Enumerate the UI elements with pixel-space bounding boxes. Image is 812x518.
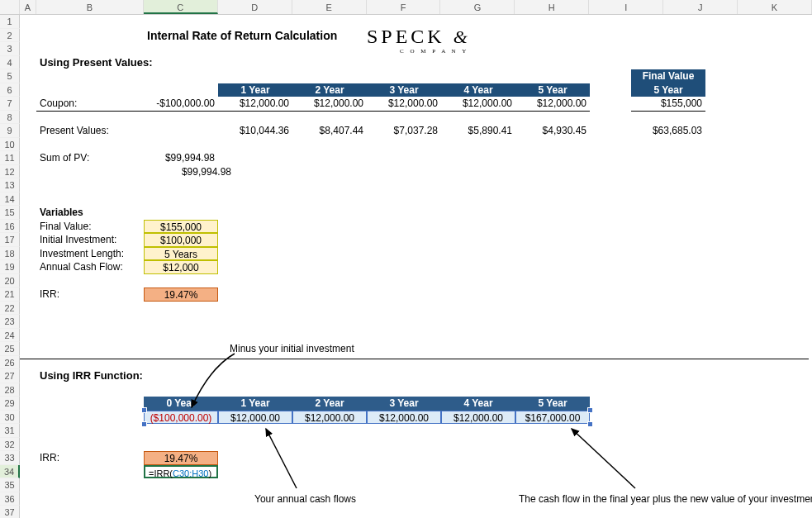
sum-pv-label: Sum of PV: bbox=[36, 151, 93, 165]
var-length-label: Investment Length: bbox=[36, 247, 127, 261]
logo-subtitle: C O M P A N Y bbox=[400, 48, 468, 55]
sheet-area[interactable]: Internal Rate of Return Calculation SPEC… bbox=[20, 15, 812, 518]
row-header-6[interactable]: 6 bbox=[0, 83, 20, 97]
formula-cell-active[interactable]: =IRR(C30:H30) bbox=[144, 465, 218, 479]
row-header-9[interactable]: 9 bbox=[0, 124, 20, 138]
row-header-19[interactable]: 19 bbox=[0, 260, 20, 274]
var-final-val[interactable]: $155,000 bbox=[144, 220, 218, 234]
coupon-label: Coupon: bbox=[36, 97, 144, 112]
row-header-1[interactable]: 1 bbox=[0, 15, 20, 29]
row-header-36[interactable]: 36 bbox=[0, 492, 20, 506]
var-cashflow-val[interactable]: $12,000 bbox=[144, 260, 218, 274]
row-header-35[interactable]: 35 bbox=[0, 478, 20, 492]
pv-y4[interactable]: $5,890.41 bbox=[441, 124, 515, 138]
row-header-30[interactable]: 30 bbox=[0, 411, 20, 425]
final-value-hdr1: Final Value bbox=[631, 69, 705, 83]
row-header-18[interactable]: 18 bbox=[0, 247, 20, 261]
pv-y1[interactable]: $10,044.36 bbox=[218, 124, 292, 138]
var-initial-val[interactable]: $100,000 bbox=[144, 233, 218, 247]
irr-flow-y5[interactable]: $167,000.00 bbox=[515, 411, 590, 425]
coupon-final[interactable]: $155,000 bbox=[631, 97, 705, 112]
sum-pv-1[interactable]: $99,994.98 bbox=[144, 151, 218, 165]
irr-hdr-y3: 3 Year bbox=[367, 397, 441, 411]
row-header-2[interactable]: 2 bbox=[0, 29, 20, 43]
irr-flow-y2[interactable]: $12,000.00 bbox=[292, 411, 367, 425]
logo-amp-icon: & bbox=[453, 26, 471, 47]
selection-handle-tr[interactable] bbox=[587, 407, 593, 413]
row-header-21[interactable]: 21 bbox=[0, 288, 20, 302]
variables-heading: Variables bbox=[36, 206, 87, 220]
row-header-26[interactable]: 26 bbox=[0, 356, 20, 370]
row-header-28[interactable]: 28 bbox=[0, 383, 20, 397]
var-length-val[interactable]: 5 Years bbox=[144, 247, 218, 261]
col-header-A[interactable]: A bbox=[20, 0, 36, 14]
irr-val-2[interactable]: 19.47% bbox=[144, 451, 218, 465]
pv-y5[interactable]: $4,930.45 bbox=[515, 124, 590, 138]
col-header-J[interactable]: J bbox=[663, 0, 738, 14]
col-header-G[interactable]: G bbox=[440, 0, 515, 14]
formula-prefix: =IRR( bbox=[149, 468, 173, 478]
sum-pv-2[interactable]: $99,994.98 bbox=[160, 165, 235, 179]
col-header-C[interactable]: C bbox=[144, 0, 218, 14]
row-header-12[interactable]: 12 bbox=[0, 165, 20, 179]
coupon-y5[interactable]: $12,000.00 bbox=[515, 97, 590, 112]
row-header-15[interactable]: 15 bbox=[0, 206, 20, 220]
row-header-16[interactable]: 16 bbox=[0, 220, 20, 234]
arrow-final-icon bbox=[565, 426, 648, 492]
selection-handle-tl[interactable] bbox=[141, 407, 147, 413]
coupon-y4[interactable]: $12,000.00 bbox=[441, 97, 515, 112]
pv-hdr-y5: 5 Year bbox=[515, 83, 590, 97]
row-header-4[interactable]: 4 bbox=[0, 56, 20, 70]
col-header-H[interactable]: H bbox=[515, 0, 589, 14]
col-header-F[interactable]: F bbox=[367, 0, 441, 14]
var-final-label: Final Value: bbox=[36, 220, 94, 234]
row-header-25[interactable]: 25 bbox=[0, 342, 20, 356]
coupon-y2[interactable]: $12,000.00 bbox=[292, 97, 367, 112]
annotation-cashflows: Your annual cash flows bbox=[251, 492, 359, 506]
logo-text: SPECK & bbox=[367, 26, 471, 48]
var-initial-label: Initial Investment: bbox=[36, 233, 120, 247]
col-header-B[interactable]: B bbox=[36, 0, 144, 14]
pv-final[interactable]: $63,685.03 bbox=[631, 124, 705, 138]
row-header-13[interactable]: 13 bbox=[0, 178, 20, 192]
section-present-values: Using Present Values: bbox=[36, 56, 156, 70]
coupon-y3[interactable]: $12,000.00 bbox=[367, 97, 441, 112]
irr-flow-y3[interactable]: $12,000.00 bbox=[367, 411, 441, 425]
row-header-24[interactable]: 24 bbox=[0, 329, 20, 343]
row-header-5[interactable]: 5 bbox=[0, 69, 20, 83]
row-header-23[interactable]: 23 bbox=[0, 315, 20, 329]
row-header-27[interactable]: 27 bbox=[0, 369, 20, 383]
pv-hdr-y1: 1 Year bbox=[218, 83, 292, 97]
row-header-37[interactable]: 37 bbox=[0, 506, 20, 518]
col-header-E[interactable]: E bbox=[292, 0, 367, 14]
row-header-8[interactable]: 8 bbox=[0, 111, 20, 125]
col-header-D[interactable]: D bbox=[218, 0, 292, 14]
selection-handle-br[interactable] bbox=[587, 421, 593, 427]
irr-flow-y1[interactable]: $12,000.00 bbox=[218, 411, 292, 425]
row-header-14[interactable]: 14 bbox=[0, 192, 20, 207]
row-header-31[interactable]: 31 bbox=[0, 424, 20, 438]
corner-cell[interactable] bbox=[0, 0, 20, 14]
pv-y3[interactable]: $7,037.28 bbox=[367, 124, 441, 138]
row-header-29[interactable]: 29 bbox=[0, 397, 20, 411]
row-header-3[interactable]: 3 bbox=[0, 42, 20, 56]
row-header-11[interactable]: 11 bbox=[0, 151, 20, 165]
pv-y2[interactable]: $8,407.44 bbox=[292, 124, 367, 138]
irr-flow-y4[interactable]: $12,000.00 bbox=[441, 411, 515, 425]
row-header-22[interactable]: 22 bbox=[0, 302, 20, 316]
coupon-initial[interactable]: -$100,000.00 bbox=[144, 97, 218, 112]
row-header-10[interactable]: 10 bbox=[0, 138, 20, 152]
irr-flow-y0[interactable]: ($100,000.00) bbox=[144, 411, 218, 425]
row-header-32[interactable]: 32 bbox=[0, 438, 20, 452]
col-header-I[interactable]: I bbox=[589, 0, 663, 14]
irr-val-1[interactable]: 19.47% bbox=[144, 288, 218, 302]
col-header-K[interactable]: K bbox=[738, 0, 812, 14]
row-header-17[interactable]: 17 bbox=[0, 233, 20, 247]
row-header-34[interactable]: 34 bbox=[0, 465, 20, 479]
row-header-33[interactable]: 33 bbox=[0, 451, 20, 465]
row-headers: 1234567891011121314151617181920212223242… bbox=[0, 15, 20, 518]
row-header-7[interactable]: 7 bbox=[0, 97, 20, 111]
selection-handle-bl[interactable] bbox=[141, 421, 147, 427]
row-header-20[interactable]: 20 bbox=[0, 274, 20, 288]
coupon-y1[interactable]: $12,000.00 bbox=[218, 97, 292, 112]
